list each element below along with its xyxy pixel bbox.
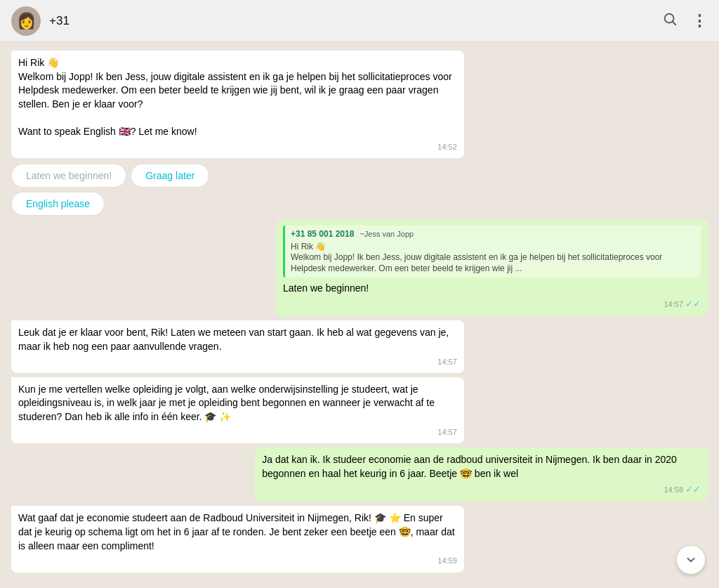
message-bubble-6: Wat gaaf dat je economie studeert aan de… <box>11 506 464 572</box>
message-bubble-3: Leuk dat je er klaar voor bent, Rik! Lat… <box>11 320 464 373</box>
search-icon[interactable] <box>662 11 678 30</box>
message-bubble-4: Kun je me vertellen welke opleiding je v… <box>11 377 464 443</box>
message-text-2: Laten we beginnen! <box>283 282 369 294</box>
message-text-1: Hi Rik 👋 Welkom bij Jopp! Ik ben Jess, j… <box>18 57 452 137</box>
timestamp-5: 14:58 ✓✓ <box>262 483 701 496</box>
message-text-5: Ja dat kan ik. Ik studeer economie aan d… <box>262 454 677 479</box>
quick-reply-btn-laten[interactable]: Laten we beginnen! <box>11 164 126 188</box>
quoted-phone: +31 85 001 2018 <box>291 228 354 240</box>
chat-area: Hi Rik 👋 Welkom bij Jopp! Ik ben Jess, j… <box>0 42 719 588</box>
chat-header: 👩 +31 ⋮ <box>0 0 719 42</box>
quoted-message: +31 85 001 2018 ~Jess van Jopp Hi Rik 👋W… <box>283 226 701 277</box>
chat-wrapper: Hi Rik 👋 Welkom bij Jopp! Ik ben Jess, j… <box>0 42 719 588</box>
header-icons: ⋮ <box>662 11 708 30</box>
menu-icon[interactable]: ⋮ <box>692 12 708 30</box>
message-text-6: Wat gaaf dat je economie studeert aan de… <box>18 512 455 551</box>
svg-line-1 <box>673 22 675 25</box>
message-text-3: Leuk dat je er klaar voor bent, Rik! Lat… <box>18 327 449 352</box>
message-bubble-2: +31 85 001 2018 ~Jess van Jopp Hi Rik 👋W… <box>276 220 708 316</box>
message-text-4: Kun je me vertellen welke opleiding je v… <box>18 384 435 422</box>
avatar-emoji: 👩 <box>17 12 36 30</box>
timestamp-1: 14:52 <box>18 142 457 152</box>
message-bubble-5: Ja dat kan ik. Ik studeer economie aan d… <box>255 447 708 502</box>
quoted-header: +31 85 001 2018 ~Jess van Jopp <box>291 228 695 240</box>
quick-reply-btn-english[interactable]: English please <box>11 192 105 216</box>
quoted-text: Hi Rik 👋Welkom bij Jopp! Ik ben Jess, jo… <box>291 242 695 275</box>
scroll-down-button[interactable] <box>677 546 705 574</box>
double-checkmark-2: ✓✓ <box>685 298 701 311</box>
quick-reply-row-2: English please <box>11 192 209 216</box>
quick-replies: Laten we beginnen! Graag later English p… <box>11 164 209 216</box>
timestamp-3: 14:57 <box>18 357 457 367</box>
contact-name[interactable]: +31 <box>49 14 654 28</box>
quick-reply-btn-graag[interactable]: Graag later <box>131 164 209 188</box>
avatar[interactable]: 👩 <box>11 6 41 36</box>
message-bubble-1: Hi Rik 👋 Welkom bij Jopp! Ik ben Jess, j… <box>11 51 464 158</box>
timestamp-2: 14:57 ✓✓ <box>283 298 701 311</box>
quoted-sender: ~Jess van Jopp <box>360 229 414 240</box>
double-checkmark-5: ✓✓ <box>685 483 701 496</box>
quick-reply-row-1: Laten we beginnen! Graag later <box>11 164 209 188</box>
timestamp-4: 14:57 <box>18 427 457 438</box>
svg-point-0 <box>665 14 674 23</box>
timestamp-6: 14:59 <box>18 556 457 566</box>
